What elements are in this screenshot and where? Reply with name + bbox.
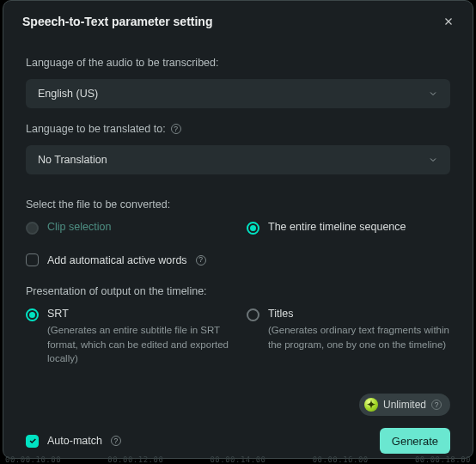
badge-row: ✦ Unlimited ? — [26, 394, 450, 416]
srt-option[interactable]: SRT (Generates an entire subtitle file i… — [26, 308, 229, 366]
dialog-content: Language of the audio to be transcribed:… — [3, 37, 473, 454]
clip-selection-radio — [26, 222, 39, 235]
dialog-title: Speech-to-Text parameter setting — [22, 15, 212, 28]
auto-words-label: Add automatical active words — [47, 254, 187, 266]
stt-settings-dialog: Speech-to-Text parameter setting Languag… — [3, 0, 473, 459]
check-icon — [28, 437, 37, 445]
audio-lang-label: Language of the audio to be transcribed: — [26, 57, 450, 69]
clip-selection-label: Clip selection — [47, 221, 111, 233]
timeline-mark: 00:00:16:00 — [313, 455, 369, 464]
timeline-sequence-option[interactable]: The entire timeline sequence — [247, 221, 450, 235]
unlimited-label: Unlimited — [383, 399, 426, 411]
translate-lang-label: Language to be translated to: ? — [26, 123, 450, 135]
srt-desc: (Generates an entire subtitle file in SR… — [47, 323, 229, 366]
translate-lang-label-text: Language to be translated to: — [26, 123, 166, 135]
unlimited-badge[interactable]: ✦ Unlimited ? — [359, 394, 450, 416]
timeline-mark: 00:00:18:00 — [415, 455, 471, 464]
timeline-mark: 00:00:12:00 — [107, 455, 163, 464]
chevron-down-icon — [428, 155, 438, 165]
translate-lang-value: No Translation — [38, 154, 107, 166]
translate-lang-select[interactable]: No Translation — [26, 145, 450, 174]
timeline-sequence-radio[interactable] — [247, 222, 259, 235]
titles-desc: (Generates ordinary text fragments withi… — [268, 323, 450, 351]
close-button[interactable] — [440, 13, 457, 30]
title-bar: Speech-to-Text parameter setting — [3, 1, 473, 37]
help-icon[interactable]: ? — [196, 255, 206, 266]
plus-icon: ✦ — [364, 398, 378, 412]
srt-label: SRT — [47, 308, 229, 320]
titles-option[interactable]: Titles (Generates ordinary text fragment… — [247, 308, 450, 366]
audio-lang-value: English (US) — [38, 88, 98, 100]
srt-radio[interactable] — [26, 308, 39, 321]
close-icon — [442, 15, 455, 27]
auto-match-row[interactable]: Auto-match ? — [26, 435, 121, 448]
help-icon[interactable]: ? — [111, 436, 121, 446]
help-icon[interactable]: ? — [171, 124, 181, 134]
generate-button[interactable]: Generate — [380, 428, 450, 454]
auto-words-checkbox[interactable] — [26, 253, 39, 266]
chevron-down-icon — [428, 89, 438, 99]
timeline-mark: 00:00:10:00 — [5, 455, 61, 464]
output-group: SRT (Generates an entire subtitle file i… — [26, 308, 450, 366]
bottom-row: Auto-match ? Generate — [26, 428, 450, 454]
timeline-sequence-label: The entire timeline sequence — [268, 221, 406, 233]
file-source-group: Clip selection The entire timeline seque… — [26, 221, 450, 235]
titles-label: Titles — [268, 308, 450, 320]
help-icon[interactable]: ? — [431, 400, 442, 410]
select-file-label: Select the file to be converted: — [26, 198, 450, 211]
timeline-ruler: 00:00:10:00 00:00:12:00 00:00:14:00 00:0… — [0, 455, 476, 464]
clip-selection-option: Clip selection — [26, 221, 229, 235]
presentation-label: Presentation of output on the timeline: — [26, 285, 450, 297]
auto-match-checkbox[interactable] — [26, 435, 39, 448]
titles-radio[interactable] — [247, 308, 259, 321]
auto-words-row[interactable]: Add automatical active words ? — [26, 253, 450, 266]
audio-lang-select[interactable]: English (US) — [26, 79, 450, 108]
auto-match-label: Auto-match — [47, 435, 102, 447]
timeline-mark: 00:00:14:00 — [210, 455, 265, 464]
